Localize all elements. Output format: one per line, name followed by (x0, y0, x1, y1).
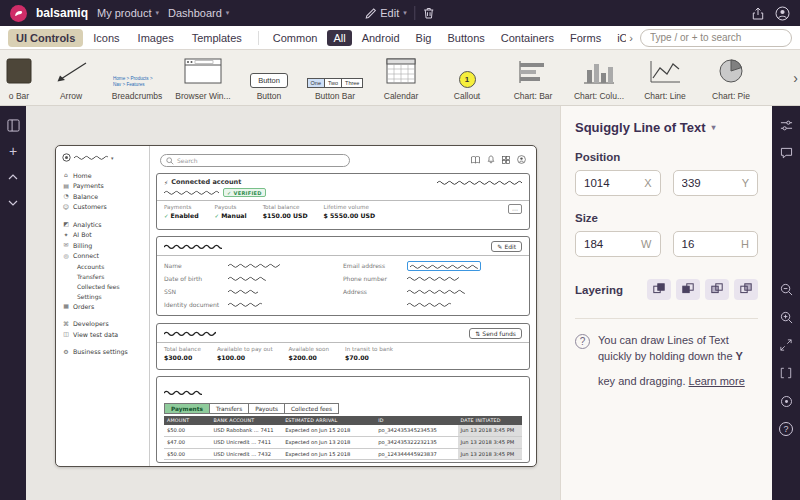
category-big[interactable]: Big (410, 30, 438, 46)
palette-item-chart-bar[interactable]: Chart: Bar (500, 55, 566, 101)
tab-templates[interactable]: Templates (184, 29, 250, 47)
field-identity-document[interactable]: Identity document (164, 298, 343, 311)
next-page-button[interactable] (4, 194, 22, 212)
category-common[interactable]: Common (267, 30, 324, 46)
mockup-logo-row[interactable]: ▾ (62, 153, 143, 162)
category-ios[interactable]: iOS (611, 30, 626, 46)
palette-scroll-right-button[interactable]: › (793, 70, 798, 86)
field-name[interactable]: Name (164, 259, 343, 272)
mock-nav-transfers[interactable]: Transfers (62, 271, 143, 281)
palette-item-chart-line[interactable]: Chart: Line (632, 55, 698, 101)
table-row[interactable]: $50.00USD Unicredit ... 7432Expected on … (164, 448, 522, 460)
learn-more-link[interactable]: Learn more (689, 374, 745, 390)
mock-nav-connect[interactable]: ◎Connect (62, 251, 143, 262)
account-details-panel[interactable]: ✎Edit NameDate of birthSSNIdentity docum… (156, 236, 530, 316)
position-x-input[interactable] (584, 177, 634, 189)
mock-nav-collected-fees[interactable]: Collected fees (62, 281, 143, 291)
grid-icon[interactable] (502, 156, 510, 164)
palette-item-callout[interactable]: 1Callout (434, 55, 500, 101)
mock-nav-customers[interactable]: ☺Customers (62, 202, 143, 213)
category-containers[interactable]: Containers (495, 30, 560, 46)
avatar[interactable] (517, 155, 526, 164)
inspector-title[interactable]: Squiggly Line of Text ▾ (575, 120, 758, 135)
bring-to-front-button[interactable] (705, 279, 729, 300)
table-row[interactable]: $47.00USD Unicredit ... 7411Expected on … (164, 436, 522, 448)
mock-nav-view-test-data[interactable]: ◫View test data (62, 329, 143, 340)
field-address[interactable]: Address (343, 285, 522, 298)
field-email-address[interactable]: Email address (343, 259, 522, 272)
add-page-button[interactable]: + (4, 142, 22, 160)
palette-item-chart-pie[interactable]: Chart: Pie (698, 55, 764, 101)
send-funds-button[interactable]: ⇅Send funds (469, 328, 522, 339)
field-ssn[interactable]: SSN (164, 285, 343, 298)
palette-item-o-bar[interactable]: o Bar (0, 55, 38, 101)
mock-nav-settings[interactable]: Settings (62, 291, 143, 301)
payouts-table[interactable]: AMOUNTBANK ACCOUNTESTIMATED ARRIVALIDDAT… (164, 416, 522, 460)
mock-nav-payments[interactable]: ▤Payments (62, 181, 143, 192)
palette-item-button-bar[interactable]: OneTwoThreeButton Bar (302, 55, 368, 101)
category-android[interactable]: Android (356, 30, 406, 46)
field-date-of-birth[interactable]: Date of birth (164, 272, 343, 285)
edit-menu[interactable]: Edit ▾ (365, 7, 406, 19)
zoom-out-button[interactable] (777, 280, 795, 298)
share-button[interactable] (752, 7, 764, 20)
mock-nav-analytics[interactable]: ◩Analytics (62, 219, 143, 230)
palette-item-button[interactable]: ButtonButton (236, 55, 302, 101)
tab-icons[interactable]: Icons (85, 29, 127, 47)
size-w-input[interactable] (584, 238, 634, 250)
category-buttons[interactable]: Buttons (441, 30, 490, 46)
zoom-in-button[interactable] (777, 308, 795, 326)
mock-nav-accounts[interactable]: Accounts (62, 261, 143, 271)
canvas[interactable]: ▾ ⌂Home▤Payments◔Balance☺Customers◩Analy… (26, 106, 560, 500)
balance-panel[interactable]: ⇅Send funds Total balance$300.00Availabl… (156, 323, 530, 370)
zoom-fit-button[interactable] (777, 336, 795, 354)
search-input[interactable] (640, 29, 792, 47)
palette-item-browser-win[interactable]: Browser Win... (170, 55, 236, 101)
mock-nav-home[interactable]: ⌂Home (62, 170, 143, 181)
size-h-input[interactable] (682, 238, 732, 250)
mock-tab-collected-fees[interactable]: Collected fees (284, 403, 339, 414)
more-options-button[interactable]: ⋯ (508, 204, 522, 214)
mockup-sidebar[interactable]: ▾ ⌂Home▤Payments◔Balance☺Customers◩Analy… (56, 146, 150, 466)
page-menu[interactable]: Dashboard ▾ (168, 7, 229, 19)
category-forms[interactable]: Forms (564, 30, 607, 46)
position-y-input[interactable] (682, 177, 732, 189)
mockup-search-bar[interactable]: Search (160, 154, 350, 167)
mock-nav-ai-bot[interactable]: ✦AI Bot (62, 230, 143, 241)
table-row[interactable]: $50.00USD Rabobank ... 7411Expected on J… (164, 425, 522, 436)
mock-nav-balance[interactable]: ◔Balance (62, 191, 143, 202)
mock-nav-orders[interactable]: ▦Orders (62, 301, 143, 312)
wireframe-mockup[interactable]: ▾ ⌂Home▤Payments◔Balance☺Customers◩Analy… (55, 145, 537, 467)
send-backward-button[interactable] (676, 279, 700, 300)
palette-item-chart-colu[interactable]: Chart: Colu... (566, 55, 632, 101)
edit-button[interactable]: ✎Edit (491, 241, 522, 252)
tab-images[interactable]: Images (130, 29, 182, 47)
previous-page-button[interactable] (4, 168, 22, 186)
trash-button[interactable] (424, 7, 435, 19)
presentation-button[interactable] (777, 392, 795, 410)
inspector-toggle-button[interactable] (777, 116, 795, 134)
palette-item-breadcrumbs[interactable]: Home > Products > Nav > FeaturesBreadcru… (104, 55, 170, 101)
full-screen-button[interactable] (777, 364, 795, 382)
send-to-back-button[interactable] (734, 279, 758, 300)
book-icon[interactable] (471, 156, 480, 164)
mock-tab-payouts[interactable]: Payouts (248, 403, 284, 414)
connected-account-panel[interactable]: ⚡ Connected account ✓VERIFIED Payments✓E… (156, 173, 530, 230)
mock-nav-business-settings[interactable]: ⚙Business settings (62, 347, 143, 358)
help-button[interactable]: ? (777, 420, 795, 438)
account-avatar[interactable] (775, 6, 790, 21)
payouts-panel[interactable]: PaymentsTransfersPayoutsCollected fees A… (156, 376, 530, 463)
mock-nav-billing[interactable]: ✉Billing (62, 240, 143, 251)
project-menu[interactable]: My product ▾ (97, 7, 159, 19)
balsamiq-logo[interactable] (10, 5, 27, 22)
tab-ui-controls[interactable]: UI Controls (8, 29, 83, 47)
field-address-line-2[interactable] (343, 298, 522, 311)
palette-item-arrow[interactable]: Arrow (38, 55, 104, 101)
comments-button[interactable] (777, 144, 795, 162)
field-phone-number[interactable]: Phone number (343, 272, 522, 285)
selected-squiggly-line-of-text[interactable] (407, 261, 481, 271)
mock-tab-payments[interactable]: Payments (164, 403, 209, 414)
bring-forward-button[interactable] (647, 279, 671, 300)
library-panel-toggle-button[interactable] (4, 116, 22, 134)
category-all[interactable]: All (327, 30, 351, 46)
